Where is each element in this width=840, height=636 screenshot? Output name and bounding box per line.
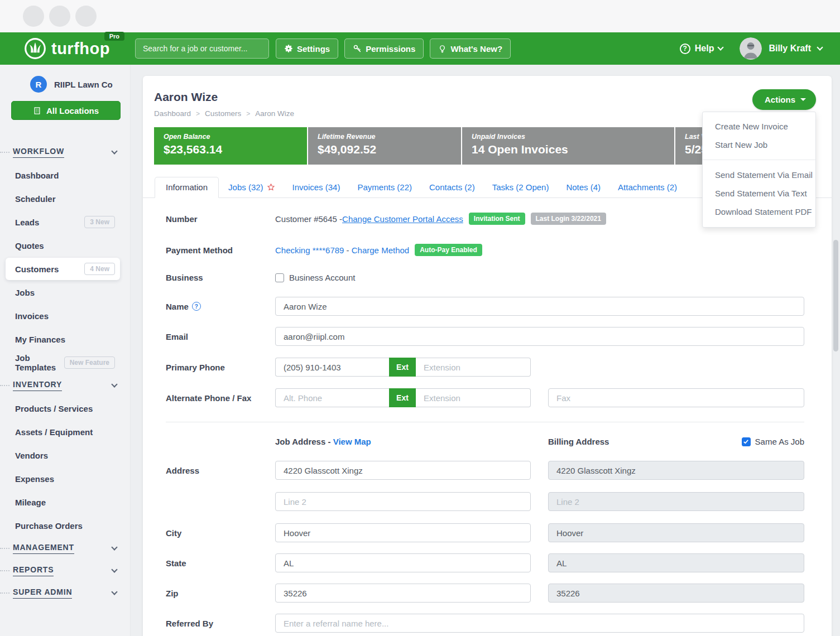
breadcrumb-dashboard[interactable]: Dashboard [154, 109, 191, 118]
sidebar-item-customers[interactable]: Customers4 New [6, 258, 120, 280]
tab-notes[interactable]: Notes (4) [558, 177, 608, 197]
chevron-down-icon [111, 589, 117, 595]
stat-label: Unpaid Invoices [472, 133, 674, 141]
sidebar-item-products-services[interactable]: Products / Services [0, 397, 130, 420]
alt-phone-field[interactable] [275, 388, 389, 407]
chevron-right-icon: > [196, 110, 200, 118]
stat-value: $23,563.14 [164, 143, 307, 156]
same-as-job-checkbox[interactable] [742, 437, 751, 446]
email-field[interactable] [275, 327, 804, 346]
avatar [740, 37, 762, 60]
menu-item-send-statement-text[interactable]: Send Statement Via Text [703, 184, 815, 203]
fax-field[interactable] [548, 388, 804, 407]
primary-phone-field[interactable] [275, 358, 389, 377]
brand-logo[interactable]: turfhop Pro [23, 37, 110, 60]
sidebar-item-leads[interactable]: Leads3 New [0, 210, 130, 234]
sidebar-item-scheduler[interactable]: Scheduler [0, 187, 130, 210]
alt-extension-field[interactable] [416, 388, 531, 407]
chevron-down-icon [718, 44, 724, 50]
lightbulb-icon [438, 45, 447, 53]
billing-state-field [548, 553, 804, 572]
section-reports[interactable]: REPORTS [0, 560, 130, 582]
menu-item-create-new-invoice[interactable]: Create New Invoice [703, 117, 815, 136]
sidebar-item-vendors[interactable]: Vendors [0, 444, 130, 467]
sidebar-item-assets-equipment[interactable]: Assets / Equipment [0, 420, 130, 444]
menu-item-download-statement-pdf[interactable]: Download Statement PDF [703, 203, 815, 221]
gear-icon [284, 44, 293, 53]
sidebar-item-purchase-orders[interactable]: Purchase Orders [0, 514, 130, 537]
app-window: turfhop Pro Settings Permissions What's … [0, 0, 840, 636]
change-portal-access-link[interactable]: Change Customer Portal Access [342, 214, 463, 224]
sidebar-item-dashboard[interactable]: Dashboard [0, 163, 130, 187]
page-title: Aaron Wize [154, 90, 816, 104]
stat-label: Lifetime Revenue [318, 133, 461, 141]
separator: - [344, 245, 351, 255]
sidebar-item-jobs[interactable]: Jobs [0, 281, 130, 304]
all-locations-button[interactable]: All Locations [11, 101, 121, 120]
company-row[interactable]: R RIIPL Lawn Co [0, 65, 130, 93]
referred-by-row: Referred By [166, 614, 804, 633]
billing-zip-field [548, 584, 804, 603]
tab-jobs[interactable]: Jobs (32) [220, 177, 283, 197]
tab-tasks[interactable]: Tasks (2 Open) [484, 177, 557, 197]
tab-invoices[interactable]: Invoices (34) [285, 177, 348, 197]
tab-contacts[interactable]: Contacts (2) [421, 177, 483, 197]
chevron-down-icon [111, 544, 117, 550]
sidebar-item-job-templates[interactable]: Job TemplatesNew Feature [0, 351, 130, 374]
help-menu[interactable]: ? Help [680, 44, 723, 54]
tab-attachments[interactable]: Attachments (2) [610, 177, 685, 197]
tab-label: Contacts (2) [429, 182, 475, 192]
checking-account-link[interactable]: Checking ****6789 [275, 245, 344, 255]
job-city-field[interactable] [275, 523, 531, 542]
sidebar-item-expenses[interactable]: Expenses [0, 467, 130, 490]
job-state-field[interactable] [275, 553, 531, 572]
sidebar-item-my-finances[interactable]: My Finances [0, 327, 130, 351]
permissions-button[interactable]: Permissions [344, 38, 424, 59]
menu-item-start-new-job[interactable]: Start New Job [703, 136, 815, 154]
whats-new-button[interactable]: What's New? [430, 38, 511, 59]
settings-label: Settings [297, 44, 330, 54]
settings-button[interactable]: Settings [276, 38, 338, 59]
section-super-admin[interactable]: SUPER ADMIN [0, 582, 130, 604]
invitation-sent-badge: Invitation Sent [469, 213, 525, 225]
breadcrumb-customers[interactable]: Customers [205, 109, 241, 118]
section-management[interactable]: MANAGEMENT [0, 537, 130, 560]
scrollbar[interactable] [833, 240, 838, 351]
sidebar-item-invoices[interactable]: Invoices [0, 304, 130, 327]
section-inventory[interactable]: INVENTORY [0, 374, 130, 397]
menu-item-send-statement-email[interactable]: Send Statement Via Email [703, 166, 815, 184]
sidebar-item-mileage[interactable]: Mileage [0, 490, 130, 514]
sidebar: R RIIPL Lawn Co All Locations WORKFLOW D… [0, 65, 131, 636]
primary-extension-field[interactable] [416, 358, 531, 377]
actions-button[interactable]: Actions [752, 89, 816, 110]
billing-address-line2-field [548, 492, 804, 511]
business-account-checkbox[interactable] [275, 273, 284, 282]
job-address-field[interactable] [275, 461, 531, 480]
help-tooltip-icon[interactable]: ? [192, 302, 201, 311]
job-address-line2-field[interactable] [275, 492, 531, 511]
auto-pay-badge: Auto-Pay Enabled [415, 244, 482, 256]
tab-information[interactable]: Information [155, 177, 219, 198]
tab-label: Notes (4) [566, 182, 601, 192]
section-workflow[interactable]: WORKFLOW [0, 141, 130, 163]
user-menu[interactable]: Billy Kraft [740, 37, 822, 60]
window-control-circle [75, 6, 97, 27]
referred-by-field[interactable] [275, 614, 804, 633]
section-dash [0, 152, 9, 153]
view-map-link[interactable]: View Map [333, 437, 371, 446]
pro-badge: Pro [104, 32, 124, 41]
charge-method-link[interactable]: Charge Method [352, 245, 409, 255]
stat-open-balance: Open Balance $23,563.14 [154, 127, 307, 165]
job-zip-field[interactable] [275, 584, 531, 603]
name-field[interactable] [275, 297, 804, 316]
same-as-job-label: Same As Job [755, 437, 804, 446]
brand-name: turfhop [51, 40, 110, 58]
sidebar-item-quotes[interactable]: Quotes [0, 234, 130, 257]
search-input[interactable] [135, 38, 269, 59]
state-label: State [166, 558, 275, 568]
email-row: Email [166, 327, 804, 346]
all-locations-label: All Locations [46, 106, 99, 115]
tab-payments[interactable]: Payments (22) [349, 177, 420, 197]
sidebar-item-label: My Finances [15, 335, 65, 344]
sidebar-item-label: Purchase Orders [15, 521, 83, 531]
